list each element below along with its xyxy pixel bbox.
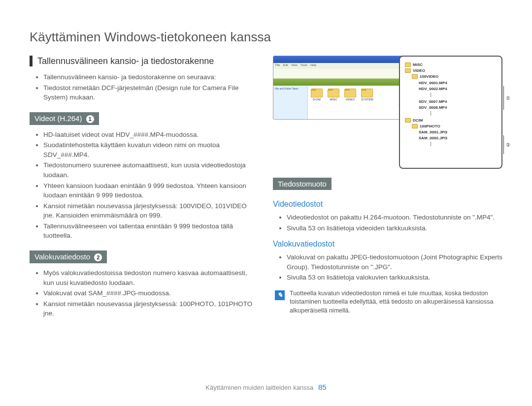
folder-tree: MISC VIDEO 100VIDEO HDV_0001.MP4 HDV_000… (405, 62, 498, 148)
menu-item: View (291, 63, 298, 68)
page-number: 85 (318, 383, 327, 391)
page-title: Käyttäminen Windows-tietokoneen kanssa (30, 30, 502, 45)
video-files-heading: Videotiedostot (273, 200, 502, 209)
tree-file: HDV_0002.MP4 (419, 86, 498, 92)
list-item: Tiedostot nimetään DCF-järjestelmän (Des… (43, 83, 259, 102)
list-item: Valokuvat on pakattu JPEG-tiedostomuotoo… (287, 252, 502, 272)
folder-item: SYSTEM (361, 89, 373, 101)
page: Käyttäminen Windows-tietokoneen kanssa T… (0, 0, 532, 325)
list-item: Suodatintehostetta käyttäen kuvatun vide… (43, 140, 259, 159)
tree-row: DCIM (405, 118, 498, 123)
section-heading: Tallennusvälineen kansio- ja tiedostorak… (37, 56, 214, 66)
tree-file: SAM_0002.JPG (419, 135, 498, 141)
folder-item: DCIM (311, 89, 323, 101)
tree-row: VIDEO (405, 68, 498, 73)
videos-bullet-list: HD-laatuiset videot ovat HDV_####.MP4-mu… (30, 130, 259, 241)
explorer-body: File and Folder Tasks DCIM MISC (273, 86, 410, 120)
list-item: Yhteen kansioon luodaan enintään 9 999 t… (43, 181, 259, 200)
heading-bar-icon (30, 56, 33, 66)
badge-label: Videot (H.264) (34, 114, 82, 123)
note-box: ✎ Tuotteella kuvatun videotiedoston nime… (273, 289, 502, 315)
ellipsis-icon: ⋮ (429, 92, 498, 98)
tree-row: 100VIDEO (412, 74, 498, 79)
list-item: Sivulla 53 on lisätietoja videoiden tark… (287, 223, 502, 233)
window-menubar: File Edit View Tools Help (273, 63, 410, 69)
illustration: File Edit View Tools Help File and Folde… (273, 56, 502, 169)
photos-badge: Valokuvatiedosto 2 (30, 250, 107, 263)
folder-icon (412, 124, 418, 128)
format-badge: Tiedostomuoto (273, 178, 332, 190)
explorer-main: DCIM MISC VIDEO (308, 86, 410, 120)
tree-file: HDV_0001.MP4 (419, 80, 498, 86)
badge-label: Valokuvatiedosto (34, 252, 90, 261)
folder-item: MISC (328, 89, 339, 101)
list-item: Videotiedostot on pakattu H.264-muotoon.… (287, 213, 502, 222)
explorer-window: File Edit View Tools Help File and Folde… (273, 56, 411, 120)
tree-file: SDV_0007.MP4 (419, 99, 498, 104)
folder-icon (311, 89, 323, 97)
right-column: File Edit View Tools Help File and Folde… (273, 56, 502, 325)
tree-row: MISC (405, 62, 498, 67)
list-item: Valokuvat ovat SAM_####.JPG-muodossa. (43, 288, 259, 298)
section-heading-row: Tallennusvälineen kansio- ja tiedostorak… (30, 56, 259, 66)
videos-badge: Videot (H.264) 1 (30, 112, 99, 125)
folder-icon (405, 118, 411, 123)
list-item: Tallennusvälineeseen voi tallentaa enint… (43, 221, 259, 241)
list-item: Myös valokuvatiedostoissa tiedoston nume… (43, 268, 259, 287)
ellipsis-icon: ⋮ (429, 111, 498, 117)
note-text: Tuotteella kuvatun videotiedoston nimeä … (290, 289, 502, 315)
folder-icon (405, 62, 411, 67)
list-item: Kansiot nimetään nousevassa järjestykses… (43, 201, 259, 220)
note-icon: ✎ (275, 290, 285, 300)
menu-item: Tools (300, 63, 307, 68)
badge-number-icon: 2 (94, 253, 102, 261)
folder-icon (361, 89, 373, 97)
badge-label: Tiedostomuoto (278, 180, 327, 188)
window-toolbar (273, 69, 410, 79)
photos-bullet-list: Myös valokuvatiedostoissa tiedoston nume… (30, 268, 259, 318)
folder-icon (405, 68, 411, 73)
folder-tree-callout: MISC VIDEO 100VIDEO HDV_0001.MP4 HDV_000… (399, 56, 502, 169)
folder-icon (412, 74, 418, 79)
list-item: HD-laatuiset videot ovat HDV_####.MP4-mu… (43, 130, 259, 140)
menu-item: Help (310, 63, 316, 68)
photo-files-heading: Valokuvatiedostot (273, 240, 502, 249)
video-format-bullets: Videotiedostot on pakattu H.264-muotoon.… (273, 213, 502, 233)
explorer-sidebar: File and Folder Tasks (273, 86, 308, 120)
intro-bullet-list: Tallennusvälineen kansio- ja tiedostorak… (30, 72, 259, 102)
menu-item: File (275, 63, 280, 68)
callout-marker-1: ① (503, 86, 510, 110)
folder-icon (328, 89, 339, 97)
callout-marker-2: ② (503, 135, 510, 154)
list-item: Tiedostonumero suurenee automaattisesti,… (43, 160, 259, 180)
folder-item: VIDEO (344, 89, 356, 101)
address-bar (273, 79, 410, 86)
tree-row: 100PHOTO (412, 124, 498, 129)
menu-item: Edit (283, 63, 288, 68)
folder-icon (344, 89, 356, 97)
tree-file: SDV_0008.MP4 (419, 105, 498, 110)
sidebar-label: File and Folder Tasks (275, 87, 298, 90)
window-titlebar (273, 56, 410, 63)
left-column: Tallennusvälineen kansio- ja tiedostorak… (30, 56, 259, 325)
list-item: Kansiot nimetään nousevassa järjestykses… (43, 299, 259, 318)
tree-file: SAM_0001.JPG (419, 129, 498, 135)
list-item: Tallennusvälineen kansio- ja tiedostorak… (43, 72, 259, 82)
two-column-layout: Tallennusvälineen kansio- ja tiedostorak… (30, 56, 502, 325)
page-footer: Käyttäminen muiden laitteiden kanssa 85 (0, 383, 532, 391)
badge-number-icon: 1 (86, 115, 94, 123)
footer-text: Käyttäminen muiden laitteiden kanssa (205, 384, 313, 391)
list-item: Sivulla 53 on lisätietoja valokuvien tar… (287, 273, 502, 282)
photo-format-bullets: Valokuvat on pakattu JPEG-tiedostomuotoo… (273, 252, 502, 282)
ellipsis-icon: ⋮ (429, 141, 498, 148)
